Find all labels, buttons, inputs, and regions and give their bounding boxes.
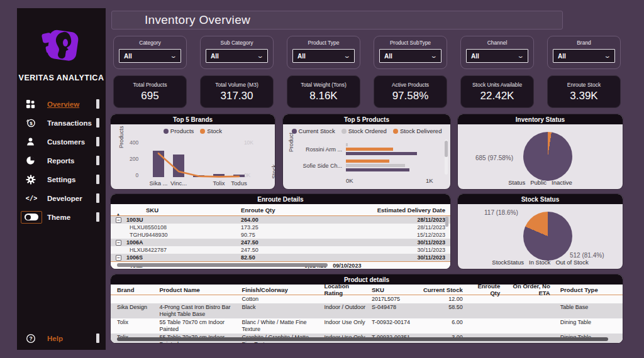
col-header-enroute-qty[interactable]: Enroute Qty <box>241 207 326 214</box>
theme-toggle-switch[interactable] <box>25 214 38 220</box>
chevron-down-icon: ⌄ <box>257 53 264 59</box>
legend-item: Stock Ordered <box>341 127 387 134</box>
col-header-delivery-date[interactable]: Estimated Delivery Date <box>326 207 445 214</box>
filter-card-brand: BrandAll⌄ <box>547 36 621 69</box>
y-axis-label-left: Products <box>118 126 125 148</box>
filter-dropdown-brand[interactable]: All⌄ <box>553 49 615 63</box>
pie-chart-icon <box>26 156 38 166</box>
x-tick: 0K <box>346 177 353 184</box>
col-header-location-rating[interactable]: Location Rating <box>324 283 371 296</box>
table-row[interactable]: HLXU8422787247.5030/11/2023 <box>111 246 450 254</box>
filter-label: Channel <box>466 40 528 46</box>
filter-dropdown-product-type[interactable]: All⌄ <box>292 49 355 63</box>
legend-item: Products <box>164 127 194 134</box>
page-title: Inventory Overview <box>145 13 250 27</box>
cell-enroute-qty: 90.75 <box>241 232 326 238</box>
x-tick: 1K <box>426 177 433 184</box>
chevron-down-icon: ⌄ <box>517 53 525 59</box>
filter-selected-value: All <box>384 53 392 60</box>
gear-icon <box>26 175 38 185</box>
series-bar <box>346 152 417 155</box>
person-icon <box>26 137 38 147</box>
filter-dropdown-channel[interactable]: All⌄ <box>466 49 528 63</box>
code-icon: </> <box>26 193 38 203</box>
filter-dropdown-category[interactable]: All⌄ <box>119 49 181 63</box>
theme-toggle-border <box>21 211 42 224</box>
kpi-value: 3.39K <box>570 90 597 102</box>
sidebar-item-help[interactable]: ? Help <box>17 337 106 350</box>
horizontal-scrollbar[interactable] <box>117 337 608 341</box>
vertical-scrollbar[interactable] <box>445 217 448 227</box>
x-category-label: Sika ... <box>148 180 169 187</box>
top5-brands-chart-card: Top 5 Brands ProductsStock Products Stoc… <box>111 114 275 189</box>
pie-callout-label: 512 (81.4%) <box>570 252 604 259</box>
table-row[interactable]: HLXU8550108173.2528/11/2023 <box>111 224 450 231</box>
cell: Cotton <box>242 296 324 303</box>
sidebar-item-customers[interactable]: Customers <box>17 135 106 148</box>
sidebar-item-theme[interactable]: Theme <box>17 210 106 224</box>
plot-area: Rossini Arm ...Sofie Side Ch... <box>346 143 431 176</box>
cell-enroute-qty: 247.50 <box>241 239 326 246</box>
col-header-sku[interactable]: SKU <box>372 286 421 293</box>
collapse-icon[interactable]: − <box>116 255 121 261</box>
col-header-on-order-no-eta[interactable]: On Order, No ETA <box>504 283 553 296</box>
table-row[interactable]: −1003U264.0028/11/2023 <box>111 216 450 224</box>
sidebar-item-label: Theme <box>47 214 96 221</box>
bar-category-label: Sofie Side Ch... <box>297 163 342 169</box>
x-axis-categories: Sika ...Vinc...TolixTodus <box>148 180 249 187</box>
product-details-card: Product details BrandProduct Name▲Finish… <box>111 274 623 343</box>
table-row[interactable]: −1006A247.5030/11/2023 <box>111 239 450 246</box>
col-header-enroute-qty[interactable]: Enroute Qty <box>467 283 504 296</box>
table-row[interactable]: Sika Design4-Prong Cast Iron Bistro Bar … <box>111 303 623 318</box>
table-row[interactable]: −1006S82.5030/11/2023 <box>111 254 450 261</box>
col-header-sku[interactable]: SKU <box>116 207 241 214</box>
cell-sku: TGHU9448930 <box>116 232 241 238</box>
col-header-product-type[interactable]: Product Type <box>554 286 616 293</box>
page-title-bar: Inventory Overview <box>111 11 563 30</box>
sidebar-item-label: Overview <box>47 100 96 108</box>
product-table: BrandProduct Name▲Finish/ColorwayLocatio… <box>111 285 623 343</box>
filter-dropdown-sub-category[interactable]: All⌄ <box>206 49 268 63</box>
filter-dropdown-product-subtype[interactable]: All⌄ <box>379 49 441 63</box>
theme-toggle <box>26 212 38 222</box>
sidebar-item-reports[interactable]: Reports <box>17 154 106 167</box>
cell: 6.00 <box>421 319 466 326</box>
kpi-value: 22.42K <box>480 90 514 102</box>
series-bar <box>346 164 405 167</box>
col-header-brand[interactable]: Brand <box>117 286 159 293</box>
sidebar-item-transactions[interactable]: $Transactions <box>17 116 106 129</box>
table-row[interactable]: TGHU944893090.7515/12/2023 <box>111 231 450 239</box>
filter-label: Product Type <box>292 40 355 46</box>
chart-title: Inventory Status <box>458 114 623 124</box>
sidebar-item-settings[interactable]: Settings <box>17 173 106 186</box>
filter-card-product-subtype: Product SubTypeAll⌄ <box>374 36 447 69</box>
table-row[interactable]: Tolix55 Table 70x70 cm Indoor PaintedBla… <box>111 318 623 334</box>
cell: T-00932-00174 <box>372 319 421 326</box>
kpi-value: 8.16K <box>309 90 337 102</box>
legend-dot <box>341 129 347 134</box>
sidebar-item-overview[interactable]: Overview <box>17 97 106 111</box>
sidebar-item-developer[interactable]: </>Developer <box>17 192 106 205</box>
filter-card-channel: ChannelAll⌄ <box>460 36 534 69</box>
cell-delivery-date: 30/11/2023 <box>326 247 445 253</box>
y-tick: 200 <box>130 156 138 162</box>
col-header-current-stock[interactable]: Current Stock <box>421 286 466 293</box>
plot-area <box>148 142 249 177</box>
sidebar-item-label: Reports <box>47 157 96 165</box>
y-axis-label: Product <box>288 133 294 152</box>
horizontal-scrollbar[interactable] <box>117 263 328 267</box>
kpi-label: Total Volume (M3) <box>215 82 258 88</box>
brand-name: VERITAS ANALYTICA <box>17 73 106 82</box>
col-header-finish-colorway[interactable]: Finish/Colorway <box>242 286 324 293</box>
collapse-icon[interactable]: − <box>116 217 121 223</box>
svg-text:$: $ <box>30 121 33 126</box>
col-header-product-name[interactable]: Product Name▲ <box>159 286 242 293</box>
filter-label: Sub Category <box>206 40 268 46</box>
chart-scrollbar[interactable] <box>445 139 448 175</box>
collapse-icon[interactable]: − <box>116 240 121 246</box>
chevron-down-icon: ⌄ <box>343 53 351 59</box>
y-tick: 0 <box>135 172 138 178</box>
cell: 12.00 <box>421 296 466 303</box>
sidebar: VERITAS ANALYTICA Overview$TransactionsC… <box>17 8 106 350</box>
filter-label: Product SubType <box>379 40 441 46</box>
